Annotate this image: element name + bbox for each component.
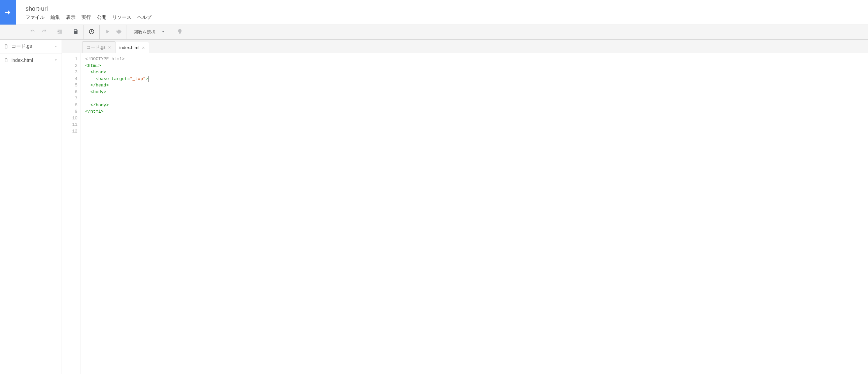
- code-content[interactable]: <!DOCTYPE html><html> <head> <base targe…: [81, 53, 148, 374]
- chevron-down-icon[interactable]: [54, 45, 58, 48]
- bug-icon: [116, 29, 122, 36]
- tab-label: コード.gs: [87, 44, 105, 50]
- indent-icon: [57, 29, 63, 36]
- text-cursor: [148, 76, 149, 82]
- function-select[interactable]: 関数を選択: [129, 25, 170, 40]
- run-button[interactable]: [102, 25, 113, 40]
- lightbulb-icon: [177, 29, 183, 36]
- menu-edit[interactable]: 編集: [51, 14, 60, 21]
- lightbulb-button[interactable]: [174, 25, 186, 40]
- menu-run[interactable]: 実行: [82, 14, 91, 21]
- redo-icon: [41, 29, 47, 36]
- redo-button[interactable]: [38, 25, 50, 40]
- toolbar: 関数を選択: [0, 25, 868, 40]
- debug-button[interactable]: [113, 25, 125, 40]
- line-gutter: 123456789101112: [62, 53, 81, 374]
- editor-area: コード.gs × index.html × 123456789101112 <!…: [62, 40, 868, 374]
- header-bar: short-url ファイル 編集 表示 実行 公開 リソース ヘルプ: [0, 0, 868, 25]
- tab-label: index.html: [120, 45, 140, 50]
- sidebar-file-index-html[interactable]: index.html: [0, 54, 62, 67]
- menu-bar: ファイル 編集 表示 実行 公開 リソース ヘルプ: [26, 14, 152, 21]
- menu-file[interactable]: ファイル: [26, 14, 44, 21]
- sidebar-file-code-gs[interactable]: コード.gs: [0, 40, 62, 53]
- clock-icon: [89, 29, 95, 36]
- project-title[interactable]: short-url: [26, 5, 152, 12]
- close-icon[interactable]: ×: [108, 45, 111, 50]
- file-icon: [3, 44, 9, 49]
- sidebar-file-label: コード.gs: [11, 43, 54, 49]
- save-button[interactable]: [70, 25, 82, 40]
- apps-script-logo[interactable]: [0, 0, 16, 25]
- menu-help[interactable]: ヘルプ: [137, 14, 152, 21]
- tab-code-gs[interactable]: コード.gs ×: [82, 41, 116, 53]
- menu-resources[interactable]: リソース: [113, 14, 131, 21]
- menu-view[interactable]: 表示: [66, 14, 75, 21]
- play-icon: [104, 29, 111, 36]
- save-icon: [73, 29, 79, 36]
- main-area: コード.gs index.html コード.gs × index.html × …: [0, 40, 868, 374]
- indent-button[interactable]: [54, 25, 66, 40]
- triggers-button[interactable]: [86, 25, 97, 40]
- tab-index-html[interactable]: index.html ×: [115, 42, 149, 53]
- function-select-label: 関数を選択: [134, 29, 156, 35]
- file-sidebar: コード.gs index.html: [0, 40, 62, 374]
- close-icon[interactable]: ×: [142, 45, 145, 50]
- undo-icon: [30, 29, 36, 36]
- file-icon: [3, 58, 9, 63]
- chevron-down-icon[interactable]: [54, 59, 58, 62]
- sidebar-file-label: index.html: [11, 58, 54, 63]
- menu-publish[interactable]: 公開: [97, 14, 106, 21]
- undo-button[interactable]: [27, 25, 38, 40]
- document-tabs: コード.gs × index.html ×: [62, 40, 868, 53]
- code-editor[interactable]: 123456789101112 <!DOCTYPE html><html> <h…: [62, 53, 868, 374]
- title-menu-block: short-url ファイル 編集 表示 実行 公開 リソース ヘルプ: [16, 0, 152, 25]
- chevron-down-icon: [162, 30, 165, 35]
